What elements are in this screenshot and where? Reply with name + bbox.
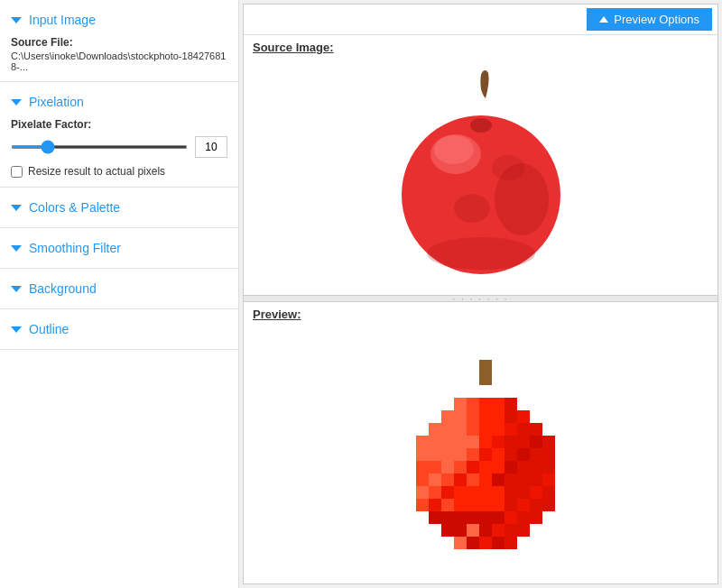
collapse-icon-outline: [11, 326, 22, 333]
sidebar-section-outline: Outline: [0, 309, 238, 350]
pixelate-factor-slider[interactable]: [11, 145, 188, 149]
panels-container: Source Image:: [244, 35, 717, 583]
section-title-smoothing: Smoothing Filter: [29, 241, 121, 255]
preview-image-area: [244, 325, 717, 583]
svg-point-5: [434, 135, 474, 164]
source-image-area: [244, 58, 717, 295]
collapse-icon-smoothing: [11, 245, 22, 252]
resize-label: Resize result to actual pixels: [28, 165, 165, 178]
svg-point-3: [454, 194, 490, 223]
panel-divider: · · · · · · ·: [244, 295, 717, 302]
collapse-icon-colors: [11, 205, 22, 211]
section-title-pixelation: Pixelation: [29, 95, 84, 109]
preview-image-panel: Preview:: [244, 302, 717, 583]
source-file-path: C:\Users\inoke\Downloads\stockphoto-1842…: [11, 51, 227, 72]
sidebar-section-header-smoothing[interactable]: Smoothing Filter: [11, 237, 227, 259]
sidebar-section-header-colors[interactable]: Colors & Palette: [11, 197, 227, 218]
sidebar-section-input-image: Input Image Source File: C:\Users\inoke\…: [0, 0, 238, 82]
collapse-icon-background: [11, 286, 22, 292]
preview-image-label: Preview:: [244, 302, 717, 325]
resize-checkbox[interactable]: [11, 166, 23, 178]
source-image-label: Source Image:: [244, 35, 717, 58]
collapse-icon-pixelation: [11, 99, 22, 106]
source-file-label: Source File:: [11, 36, 227, 49]
sidebar-section-header-pixelation[interactable]: Pixelation: [11, 91, 227, 113]
sidebar-section-colors: Colors & Palette: [0, 188, 238, 228]
pixelate-factor-row: 10: [11, 136, 227, 158]
preview-options-bar: Preview Options: [244, 5, 717, 35]
sidebar-section-header-outline[interactable]: Outline: [11, 318, 227, 340]
preview-options-button[interactable]: Preview Options: [587, 8, 712, 31]
preview-options-label: Preview Options: [614, 13, 699, 26]
svg-point-7: [427, 237, 535, 270]
section-title-background: Background: [29, 281, 97, 296]
sidebar-section-pixelation: Pixelation Pixelate Factor: 10 Resize re…: [0, 82, 238, 188]
section-title-colors: Colors & Palette: [29, 200, 120, 215]
sidebar-section-smoothing: Smoothing Filter: [0, 228, 238, 269]
sidebar-section-header-background[interactable]: Background: [11, 278, 227, 299]
main-panel: Preview Options Source Image:: [243, 4, 718, 584]
section-title-outline: Outline: [29, 322, 69, 336]
preview-options-triangle-icon: [599, 16, 608, 23]
pixelated-apple-canvas: [391, 360, 571, 549]
pixelate-factor-label: Pixelate Factor:: [11, 118, 227, 131]
source-image-panel: Source Image:: [244, 35, 717, 295]
svg-point-6: [495, 163, 549, 235]
resize-checkbox-row: Resize result to actual pixels: [11, 165, 227, 178]
svg-point-4: [470, 118, 492, 133]
section-title-input: Input Image: [29, 13, 96, 27]
sidebar-section-background: Background: [0, 269, 238, 309]
pixelate-factor-input[interactable]: 10: [195, 136, 227, 158]
source-apple-image: [382, 64, 580, 289]
sidebar-section-header-input[interactable]: Input Image: [11, 9, 227, 31]
sidebar: Input Image Source File: C:\Users\inoke\…: [0, 0, 239, 588]
collapse-icon: [11, 17, 22, 23]
